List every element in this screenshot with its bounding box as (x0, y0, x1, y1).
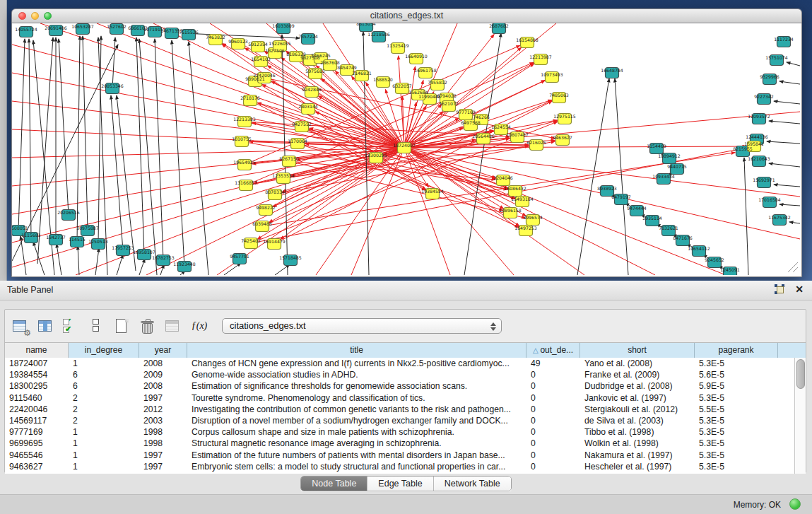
graph-node-label: 8508051 (12, 226, 28, 230)
column-header-out_de[interactable]: △ out_de... (526, 343, 580, 358)
graph-node-label: 1827506 (265, 48, 285, 53)
table-scrollbar[interactable] (794, 358, 806, 474)
table-row[interactable]: 977716911998Corpus callosum shape and si… (5, 426, 795, 438)
table-cell: 5.3E-5 (695, 461, 778, 472)
graph-node-label: 6479197 (611, 194, 631, 199)
scrollbar-thumb[interactable] (796, 359, 805, 389)
table-cell: 9463627 (5, 461, 69, 472)
table-cell: 19384554 (5, 369, 69, 380)
table-cell: 1 (69, 450, 139, 461)
delete-icon[interactable] (138, 317, 157, 336)
minimize-window-icon[interactable] (31, 12, 39, 20)
graph-node-label: 9245652 (705, 257, 724, 262)
graph-node-label: 8267150 (279, 156, 299, 161)
table-settings-icon[interactable]: ⚙ (11, 317, 30, 336)
tab-network-table[interactable]: Network Table (434, 477, 511, 491)
table-cell: 22420046 (5, 404, 69, 415)
rows-icon[interactable] (87, 317, 106, 336)
network-graph[interactable]: 1405572420691406106532871527602686616310… (12, 23, 801, 275)
graph-node-label: 8427552 (292, 122, 312, 127)
zoom-window-icon[interactable] (44, 12, 52, 20)
graph-node-label: 9457791 (230, 254, 249, 259)
column-header-in_degree[interactable]: in_degree (69, 343, 139, 358)
table-cell: 2008 (139, 358, 187, 369)
table-cell: 49 (526, 358, 580, 369)
table-cell: Investigating the contribution of common… (187, 404, 526, 415)
graph-node-label: 15497253 (514, 226, 537, 230)
network-table-dropdown[interactable]: citations_edges.txt (222, 318, 502, 334)
graph-node-label: 15692971 (753, 177, 775, 182)
close-panel-icon[interactable]: ✕ (795, 284, 804, 295)
graph-node-label: 1621072 (439, 101, 459, 106)
graph-node-label: 1115681 (21, 233, 41, 238)
table-panel: Table Panel ✕ ⚙ƒ(x)citations_edges.txt n… (0, 281, 812, 495)
table-row[interactable]: 946362711997Embryonic stem cells: a mode… (5, 461, 795, 472)
table-column-icon[interactable] (36, 317, 55, 336)
graph-node-label: 16154808 (516, 37, 539, 42)
graph-node-label: 9329966 (760, 74, 779, 79)
table-cell: 1 (69, 358, 139, 369)
float-panel-icon[interactable] (775, 284, 785, 295)
table-row[interactable]: 969969511998Structural magnetic resonanc… (5, 438, 795, 449)
graph-node-label: 16914479 (263, 239, 286, 244)
memory-ok-icon (789, 498, 801, 510)
function-icon[interactable]: ƒ(x) (189, 317, 210, 336)
sort-ascending-icon: △ (533, 346, 540, 354)
table-cell: 2009 (139, 369, 187, 380)
graph-node-label: 20206516 (57, 210, 80, 215)
graph-node-label: 12213383 (233, 117, 256, 122)
graph-node-label: 5466245 (311, 53, 331, 58)
window-titlebar[interactable]: citations_edges.txt (11, 8, 802, 23)
select-rows-icon[interactable] (61, 317, 81, 336)
column-header-year[interactable]: year (139, 343, 187, 358)
graph-node-label: 1342737 (46, 235, 66, 240)
table-cell: 0 (526, 426, 580, 438)
graph-node-label: 16640910 (405, 54, 428, 59)
table-cell: 14569117 (5, 415, 69, 426)
graph-node-label: 16210643 (748, 156, 770, 161)
table-panel-header[interactable]: Table Panel ✕ (0, 281, 812, 300)
table-cell: Genome-wide association studies in ADHD. (187, 369, 526, 380)
table-row[interactable]: 911546021997Tourette syndrome. Phenomeno… (5, 392, 795, 404)
graph-node-label: 8471676 (673, 235, 693, 240)
graph-node-label: 9777169 (456, 110, 476, 115)
column-header-name[interactable]: name (5, 343, 69, 358)
graph-node-label: 10654112 (688, 246, 710, 251)
graph-node-label: 16648784 (601, 68, 623, 73)
tab-node-table[interactable]: Node Table (301, 477, 367, 491)
table-cell: 18300295 (5, 380, 69, 392)
network-canvas[interactable]: 1405572420691406106532871527602686616310… (11, 23, 802, 277)
table-row[interactable]: 1830029562008Estimation of significance … (5, 380, 795, 392)
graph-node-label: 10894912 (658, 153, 681, 158)
table-row[interactable]: 946554611997Estimation of the future num… (5, 450, 795, 461)
graph-node-label: 7485063 (549, 93, 569, 98)
column-header-title[interactable]: title (187, 343, 526, 358)
table-cell: 2012 (139, 404, 187, 415)
graph-node-label: 2146821 (352, 71, 372, 76)
column-header-short[interactable]: short (580, 343, 695, 358)
graph-node-label: 14055724 (15, 27, 37, 32)
table-header-row: namein_degreeyeartitle△ out_de...shortpa… (5, 343, 806, 358)
table-cell: 5.5E-5 (695, 404, 778, 415)
close-window-icon[interactable] (18, 12, 26, 20)
table-row[interactable]: 1456911722003Disruption of a novel membe… (5, 415, 795, 426)
table-cell: 6 (69, 369, 139, 380)
table-row[interactable]: 1938455462009Genome-wide association stu… (5, 369, 795, 380)
graph-node-label: 19654925 (233, 160, 256, 165)
graph-node-label: 1588520 (373, 77, 393, 82)
table-cell: 1 (69, 438, 139, 449)
graph-node-label: 8878334 (265, 189, 285, 194)
column-header-pagerank[interactable]: pagerank (695, 343, 778, 358)
table-row[interactable]: 1872400712008Changes of HCN gene express… (5, 358, 795, 369)
graph-node-label: 6322057 (392, 83, 412, 88)
table-cell: 5.3E-5 (695, 450, 778, 461)
graph-node-label: 114515 (69, 237, 86, 242)
table-row[interactable]: 2242004622012Investigating the contribut… (5, 404, 795, 415)
network-view-window[interactable]: citations_edges.txt 14055724206914061065… (11, 8, 802, 277)
graph-node-label: 19384554 (421, 189, 444, 194)
tab-edge-table[interactable]: Edge Table (367, 477, 433, 491)
table-cell: Structural magnetic resonance image aver… (187, 438, 526, 449)
graph-node-label: 1810755 (232, 136, 252, 141)
graph-node-label: 8215955 (733, 146, 753, 151)
new-document-icon[interactable] (112, 317, 131, 336)
